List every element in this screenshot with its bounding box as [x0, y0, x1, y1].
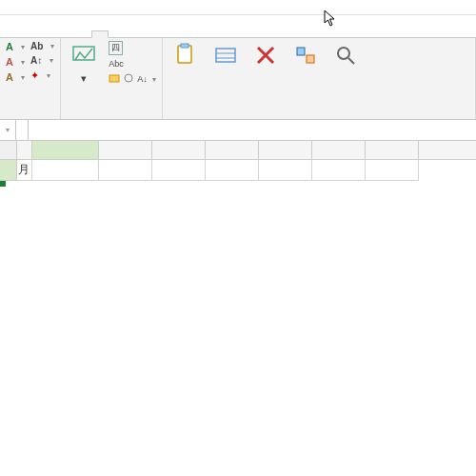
col-header-i[interactable] [366, 141, 419, 159]
ribbon-tabs [0, 15, 476, 38]
svg-line-13 [348, 58, 354, 64]
cell[interactable] [366, 160, 419, 181]
get-text-icon: A [6, 71, 13, 83]
copy-paste-icon [172, 42, 199, 69]
cell-b-header[interactable]: 月 [17, 160, 32, 181]
col-header-e[interactable] [152, 141, 206, 159]
spreadsheet-grid[interactable]: 月 [0, 160, 476, 181]
merge-convert-icon [292, 42, 319, 69]
keep-value-button[interactable]: Abc [107, 58, 158, 69]
selection-fill-handle[interactable] [0, 181, 6, 187]
shuzhi-icon [70, 42, 97, 69]
cell-text: 月 [18, 162, 30, 178]
insert-text-icon: A [6, 41, 13, 52]
ribbon-group-text: A ▾ A ▾ A ▾ Ab ▾ [0, 38, 61, 119]
tab-caiwu[interactable] [128, 31, 143, 37]
copy-paste-button[interactable] [167, 40, 205, 116]
select-all-corner[interactable] [0, 141, 17, 159]
misc-icon2 [123, 72, 134, 86]
keep-value-icon: Abc [109, 59, 124, 69]
tab-fanggezi[interactable] [91, 30, 109, 38]
chevron-down-icon: ▾ [81, 72, 87, 85]
cell[interactable] [99, 160, 152, 181]
svg-rect-4 [181, 44, 188, 48]
col-header-c[interactable] [32, 141, 99, 159]
formula-bar: ▾ [0, 120, 476, 141]
insert-new-button[interactable] [207, 40, 245, 116]
cell[interactable] [259, 160, 312, 181]
more-button[interactable]: ✦ ▾ [29, 69, 56, 83]
chevron-down-icon: ▾ [21, 58, 25, 67]
svg-point-12 [338, 48, 349, 59]
chevron-down-icon: ▾ [21, 73, 25, 82]
col-header-d[interactable] [99, 141, 152, 159]
delete-space-button[interactable]: A↕ ▾ [29, 54, 56, 67]
svg-point-2 [125, 74, 132, 82]
delete-text-button[interactable]: A ▾ [4, 55, 27, 69]
cell[interactable] [312, 160, 366, 181]
tab-formulas[interactable] [23, 31, 38, 37]
edit-group-label [167, 116, 471, 119]
svg-rect-5 [216, 49, 235, 62]
round-button[interactable]: 四 [107, 40, 158, 56]
text-group-label [4, 116, 56, 119]
svg-rect-11 [307, 55, 314, 63]
insert-new-icon [212, 42, 239, 69]
chevron-down-icon: ▾ [50, 56, 53, 65]
misc-icon1 [109, 72, 120, 86]
batch-delete-icon [252, 42, 279, 69]
svg-rect-1 [109, 75, 119, 82]
delete-text-icon: A [6, 56, 13, 68]
svg-rect-10 [297, 48, 305, 55]
batch-delete-button[interactable] [247, 40, 285, 116]
chevron-down-icon: ▾ [21, 43, 25, 51]
svg-rect-3 [178, 46, 191, 63]
tab-layout[interactable] [6, 31, 21, 37]
col-header-f[interactable] [206, 141, 259, 159]
more-icon: ✦ [30, 69, 39, 82]
tab-diy[interactable] [110, 31, 126, 37]
value-misc-button[interactable]: A↓ ▾ [107, 71, 158, 87]
round-icon: 四 [109, 41, 123, 55]
find-locate-icon [332, 42, 359, 69]
shuzhi-button[interactable]: ▾ [65, 40, 103, 116]
ribbon-group-value: ▾ 四 Abc A↓ [61, 38, 163, 119]
case-icon: Ab [30, 41, 43, 51]
tab-view[interactable] [74, 31, 89, 37]
case-button[interactable]: Ab ▾ [29, 40, 56, 52]
chevron-down-icon: ▾ [50, 42, 54, 50]
value-group-label [65, 116, 158, 119]
name-box-dropdown[interactable]: ▾ [0, 120, 16, 140]
fx-button[interactable] [16, 120, 29, 140]
ribbon: A ▾ A ▾ A ▾ Ab ▾ [0, 38, 476, 120]
misc-icon3: A↓ [137, 74, 148, 84]
find-locate-button[interactable] [327, 40, 365, 116]
cell-c-header[interactable] [32, 160, 99, 181]
col-header-b-partial[interactable] [17, 141, 32, 159]
cell[interactable] [206, 160, 259, 181]
column-headers [0, 141, 476, 160]
merge-convert-button[interactable] [287, 40, 325, 116]
chevron-down-icon: ▾ [47, 71, 50, 80]
col-header-h[interactable] [312, 141, 366, 159]
table-row: 月 [0, 160, 476, 181]
chevron-down-icon: ▾ [152, 75, 156, 84]
row-header[interactable] [0, 160, 17, 181]
delete-space-icon: A↕ [30, 55, 42, 66]
ribbon-group-edit [163, 38, 476, 119]
tab-data[interactable] [40, 31, 55, 37]
get-text-button[interactable]: A ▾ [4, 70, 27, 84]
chevron-down-icon: ▾ [6, 126, 10, 134]
col-header-g[interactable] [259, 141, 312, 159]
tab-review[interactable] [57, 31, 72, 37]
title-bar [0, 0, 476, 15]
insert-text-button[interactable]: A ▾ [4, 40, 27, 53]
cell[interactable] [152, 160, 206, 181]
